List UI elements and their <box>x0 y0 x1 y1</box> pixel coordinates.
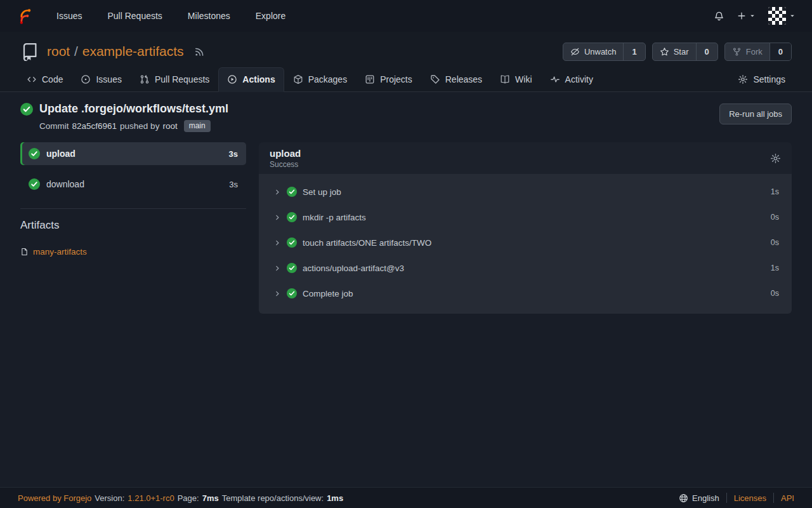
rss-feed-button[interactable] <box>194 46 205 57</box>
nav-item-issues[interactable]: Issues <box>56 11 82 21</box>
tab-activity[interactable]: Activity <box>541 67 602 92</box>
chevron-right-icon <box>274 265 281 272</box>
step-row-set-up-job[interactable]: Set up job 1s <box>259 179 792 204</box>
step-row-complete-job[interactable]: Complete job 0s <box>259 281 792 306</box>
user-menu[interactable] <box>768 7 796 25</box>
fork-icon <box>732 47 742 57</box>
check-circle-icon <box>287 187 297 197</box>
step-duration: 0s <box>771 238 779 247</box>
check-circle-icon <box>287 237 297 248</box>
repo-tab-bar: Code Issues Pull Requests Actions Packag… <box>0 61 812 91</box>
run-title-row: Update .forgejo/workflows/test.yml <box>20 102 228 116</box>
jobs-sidebar: upload 3s download 3s Artifacts many-art… <box>20 142 246 314</box>
job-options-button[interactable] <box>770 153 781 164</box>
repo-owner-link[interactable]: root <box>47 44 70 58</box>
check-circle-icon <box>287 288 297 298</box>
step-row-mkdir[interactable]: mkdir -p artifacts 0s <box>259 204 792 230</box>
version-link[interactable]: 1.21.0+1-rc0 <box>128 493 174 503</box>
artifact-link-many-artifacts[interactable]: many-artifacts <box>20 247 87 257</box>
job-detail-titles: upload Success <box>270 148 301 169</box>
pusher-link[interactable]: root <box>162 121 177 131</box>
bell-icon <box>714 11 724 22</box>
chevron-right-icon <box>274 189 281 196</box>
run-columns: upload 3s download 3s Artifacts many-art… <box>20 142 792 314</box>
issue-icon <box>81 74 91 84</box>
step-row-upload-artifact[interactable]: actions/upload-artifact@v3 1s <box>259 255 792 281</box>
steps-list: Set up job 1s mkdir -p artifacts 0s touc… <box>259 174 792 314</box>
artifacts-heading: Artifacts <box>20 219 246 232</box>
notifications-button[interactable] <box>714 11 724 22</box>
fork-button[interactable]: Fork 0 <box>724 43 792 61</box>
run-title: Update .forgejo/workflows/test.yml <box>39 102 228 116</box>
tab-actions[interactable]: Actions <box>218 67 284 92</box>
footer-info: Powered by Forgejo Version: 1.21.0+1-rc0… <box>18 493 343 503</box>
job-detail-name: upload <box>270 148 301 159</box>
tab-pull-requests[interactable]: Pull Requests <box>131 67 218 92</box>
avatar-identicon <box>768 7 786 25</box>
job-name: download <box>46 179 84 189</box>
job-duration: 3s <box>229 180 238 189</box>
nav-item-pull-requests[interactable]: Pull Requests <box>107 11 162 21</box>
unwatch-button[interactable]: Unwatch 1 <box>563 43 646 61</box>
chevron-right-icon <box>274 214 281 221</box>
step-duration: 1s <box>771 264 779 272</box>
step-duration: 0s <box>771 289 779 298</box>
check-circle-icon <box>29 178 40 190</box>
language-selector[interactable]: English <box>679 493 719 503</box>
play-circle-icon <box>227 74 237 84</box>
star-button[interactable]: Star 0 <box>652 43 718 61</box>
create-new-menu[interactable] <box>737 11 756 20</box>
tab-releases[interactable]: Releases <box>421 67 491 92</box>
chevron-right-icon <box>274 290 281 297</box>
nav-item-explore[interactable]: Explore <box>256 11 285 21</box>
caret-down-icon <box>749 13 756 19</box>
package-icon <box>293 74 303 84</box>
tab-code[interactable]: Code <box>18 67 72 92</box>
forgejo-logo[interactable] <box>16 8 34 25</box>
api-link[interactable]: API <box>781 493 794 503</box>
licenses-link[interactable]: Licenses <box>734 493 766 503</box>
nav-item-milestones[interactable]: Milestones <box>188 11 230 21</box>
main-content: Update .forgejo/workflows/test.yml Commi… <box>0 92 812 314</box>
page-time-value: 7ms <box>202 493 219 503</box>
tab-settings[interactable]: Settings <box>729 67 794 92</box>
gear-icon <box>770 153 781 164</box>
tab-projects[interactable]: Projects <box>356 67 421 92</box>
check-circle-icon <box>20 103 33 116</box>
tab-issues[interactable]: Issues <box>72 67 130 92</box>
branch-badge[interactable]: main <box>184 120 211 132</box>
step-row-touch[interactable]: touch artifacts/ONE artifacts/TWO 0s <box>259 230 792 255</box>
job-item-download[interactable]: download 3s <box>20 173 246 196</box>
footer-divider <box>773 493 774 503</box>
file-icon <box>20 247 29 257</box>
pulse-icon <box>550 74 560 84</box>
rss-icon <box>194 46 205 57</box>
tab-wiki[interactable]: Wiki <box>491 67 540 92</box>
globe-icon <box>679 493 688 503</box>
navbar-links: Issues Pull Requests Milestones Explore <box>56 11 285 21</box>
check-circle-icon <box>287 263 297 273</box>
breadcrumb-separator: / <box>74 44 78 58</box>
template-time-label: Template repo/actions/view: <box>222 493 324 503</box>
job-item-upload[interactable]: upload 3s <box>20 142 246 165</box>
job-detail-header: upload Success <box>259 142 792 174</box>
page-time-label: Page: <box>178 493 199 503</box>
commit-line: Commit 82a5cf6961 pushed by root main <box>39 120 228 132</box>
page-footer: Powered by Forgejo Version: 1.21.0+1-rc0… <box>0 487 812 508</box>
powered-by-link[interactable]: Powered by Forgejo <box>18 493 91 503</box>
watch-count: 1 <box>623 43 645 60</box>
repo-name-link[interactable]: example-artifacts <box>82 44 184 58</box>
run-title-block: Update .forgejo/workflows/test.yml Commi… <box>20 102 228 132</box>
check-circle-icon <box>29 148 40 159</box>
book-icon <box>500 74 510 84</box>
tab-packages[interactable]: Packages <box>284 67 356 92</box>
commit-sha-link[interactable]: 82a5cf6961 <box>72 121 117 131</box>
template-time-value: 1ms <box>327 493 343 503</box>
job-detail-status: Success <box>270 160 301 169</box>
repo-header-wrapper: root / example-artifacts Unwatch <box>0 32 812 92</box>
run-header: Update .forgejo/workflows/test.yml Commi… <box>20 102 792 132</box>
rerun-all-jobs-button[interactable]: Re-run all jobs <box>719 104 792 124</box>
tag-icon <box>430 74 440 84</box>
repo-title: root / example-artifacts <box>20 42 205 61</box>
top-navbar: Issues Pull Requests Milestones Explore <box>0 0 812 32</box>
